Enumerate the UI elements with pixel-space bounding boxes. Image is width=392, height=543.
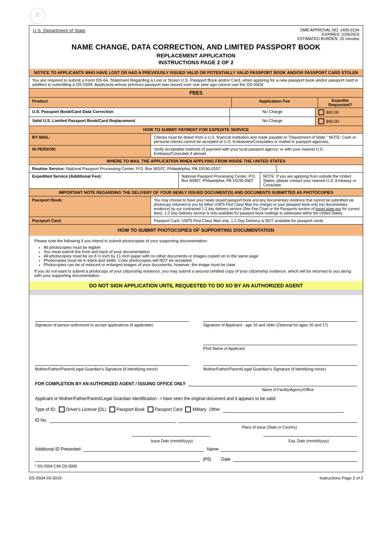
print-name-cap: Print Name of Applicant (203, 346, 357, 351)
type-pb-label: Passport Book (117, 407, 145, 412)
idno-label: ID No: (35, 418, 47, 423)
delivery-book: You may choose to have your newly issued… (151, 196, 363, 217)
type-pc-checkbox[interactable] (148, 407, 153, 412)
completion-heading: FOR COMPLETION BY AN AUTHORIZED AGENT / … (35, 381, 186, 386)
del-book-label: Passport Book: (29, 196, 151, 217)
name-line[interactable] (221, 445, 357, 452)
facility-cap: Name of Facility/Agency/Office (35, 387, 357, 392)
delivery-heading: IMPORTANT NOTE REGARDING THE DELIVERY OF… (29, 189, 363, 196)
fees-heading: FEES (29, 88, 363, 97)
notice-heading: NOTICE TO APPLICANTS WHO HAVE LOST OR HA… (29, 69, 363, 76)
type-dl-label: Driver's License (DL) (66, 407, 106, 412)
form-title: NAME CHANGE, DATA CORRECTION, AND LIMITE… (29, 42, 363, 69)
pay-inperson-label: IN PERSON: (29, 145, 151, 157)
col-expedite: Expedite Requested? (318, 97, 363, 108)
fee-row-product: U.S. Passport Book/Card Data Correction (29, 108, 230, 117)
dsnote: * DS-5504 C/W DS-0000 (35, 464, 357, 468)
sig-parent1-line[interactable] (35, 353, 189, 366)
addl-id-line[interactable] (83, 445, 204, 452)
idno-line[interactable] (50, 416, 175, 423)
type-mil-label: Military (192, 407, 206, 412)
mail-exp-note: NOTE: If you are applying from outside t… (260, 173, 363, 188)
sig-agent-line[interactable] (35, 302, 189, 322)
sig-parent2-cap: Mother/Father/Parent/Legal Guardian's Si… (203, 367, 357, 371)
issue-date-cap: Issue Date (mm/dd/yyyy) (132, 439, 212, 443)
omb-block: OMB APPROVAL NO. 1405-0134 EXPIRES: 2/28… (297, 28, 359, 41)
id-presented-text: Applicant or Mother/Father/Parent/Legal … (35, 396, 357, 401)
mail-routine: Routine Service: National Passport Proce… (29, 165, 276, 172)
place-line[interactable] (178, 422, 357, 423)
sig-parent1-cap: Mother/Father/Parent/Legal Guardian's Si… (35, 367, 189, 371)
dept-label: U.S. Department of State (33, 28, 85, 33)
mail-expedite: Expedited Service (Additional Fee): (29, 173, 179, 188)
yellow-warning: DO NOT SIGN APPLICATION UNTIL REQUESTED … (29, 281, 363, 290)
footer-center: Instructions Page 2 of 2 (319, 476, 363, 480)
type-pc-label: Passport Card (155, 407, 183, 412)
sig-agent-cap: Signature of person authorized to accept… (35, 323, 189, 327)
photocopy-heading: HOW TO SUBMIT PHOTOCOPIES OF SUPPORTING … (29, 225, 363, 236)
name-label: Name (207, 447, 218, 452)
type-id-label: Type of ID: (35, 407, 56, 412)
expedite-cell: $60.00 (315, 117, 363, 126)
footer-left: DS-5504 03-2016 (29, 476, 62, 480)
seal-icon (29, 7, 46, 25)
addl-id-label: Additional ID Presented (35, 447, 80, 452)
sig-applicant-line[interactable] (203, 302, 357, 322)
delivery-card: Passport Card: USPS First Class Mail onl… (151, 217, 363, 224)
pay-inperson-text: Verify acceptable methods of payment wit… (151, 145, 363, 157)
expedite-checkbox[interactable] (318, 118, 324, 124)
pay-heading: HOW TO SUBMIT PAYMENT FOR EXPEDITE SERVI… (29, 126, 363, 133)
sig-applicant-cap: Signature of Applicant - age 16 and olde… (203, 323, 357, 327)
p6-label: (P6) (203, 457, 211, 462)
col-fee: Application Fee (232, 97, 318, 108)
grey-divider (29, 290, 363, 295)
issue-date-line[interactable] (132, 430, 210, 436)
pay-mail-text: Checks must be drawn from a U.S. financi… (151, 134, 363, 145)
type-dl-checkbox[interactable] (59, 407, 65, 412)
col-product: Product (29, 97, 232, 108)
bottom-left-line[interactable] (35, 455, 200, 462)
type-other-line[interactable] (223, 406, 343, 413)
fee-row-fee: No Charge (230, 117, 315, 126)
notice-body: You are required to submit a Form DS-64,… (29, 77, 363, 88)
fee-row-product: Valid U.S. Limited Passport Book/Card Re… (29, 117, 230, 126)
type-mil-checkbox[interactable] (185, 407, 191, 412)
del-card-label: Passport Card: (29, 217, 151, 224)
exp-date-line[interactable] (263, 430, 357, 436)
place-cap: Place of Issue (State or Country) (182, 425, 357, 429)
type-pb-checkbox[interactable] (109, 407, 115, 412)
pay-mail-label: BY MAIL: (29, 134, 151, 145)
facility-line[interactable] (188, 380, 357, 386)
fee-row-fee: No Charge (230, 108, 315, 117)
mail-note-partial (276, 165, 363, 172)
print-name-line[interactable] (203, 332, 357, 345)
date-line[interactable] (233, 455, 357, 462)
expedite-checkbox[interactable] (318, 109, 324, 115)
expedite-cell: $60.00 (315, 108, 363, 117)
mail-heading: WHERE TO MAIL THE APPLICATION WHEN APPLY… (29, 157, 363, 165)
type-other-label: Other (209, 407, 220, 412)
sig-parent2-line[interactable] (203, 353, 357, 366)
exp-date-cap: Exp. Date (mm/dd/yyyy) (260, 439, 357, 443)
photocopy-body: Please note the following if you intend … (29, 236, 363, 281)
date-label: Date (221, 457, 230, 462)
mail-exp-addr: National Passport Processing Center, P.O… (179, 173, 260, 188)
